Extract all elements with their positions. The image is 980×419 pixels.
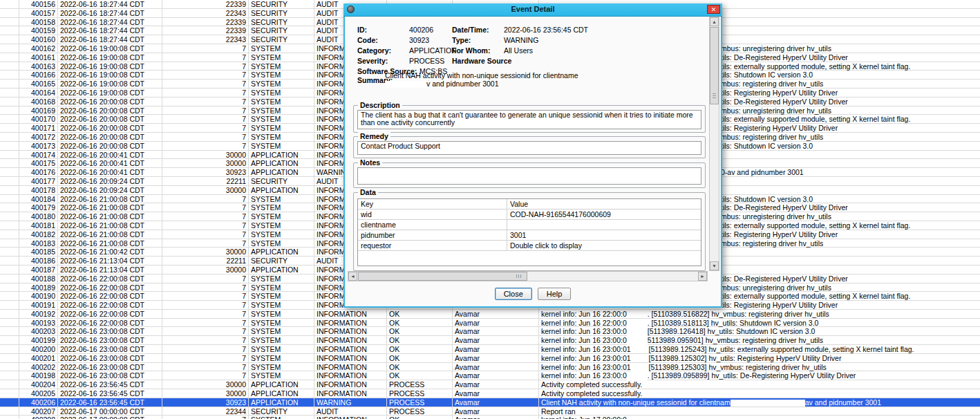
cell-gutter [0, 248, 19, 256]
scroll-right-icon[interactable]: ► [698, 272, 707, 281]
cell-gutter [0, 18, 19, 26]
cell-id: 400166 [19, 71, 58, 79]
cell-id: 400171 [19, 124, 58, 132]
cell-category: SYSTEM [249, 53, 314, 62]
cell-code: 22344 [162, 407, 249, 416]
cell-id: 400157 [19, 9, 58, 17]
cell-gutter [0, 221, 19, 230]
description-text-fragment: kernel info: Jun 17 00:00:0 [541, 416, 627, 419]
cell-id: 400159 [19, 26, 58, 35]
description-tail-fragment: mbus: unregistering driver hv_utils [721, 283, 831, 292]
dialog-fields: ID:400206Date/Time:2022-06-16 23:56:45 C… [357, 26, 690, 77]
description-tail-fragment: [5113989.125303] hv_vmbus: registering d… [649, 363, 827, 371]
table-row[interactable]: 4001992022-06-16 23:00:08 CDT7SYSTEMINFO… [0, 336, 980, 345]
description-tail-fragment: mbus: unregistering driver hv_utils [721, 44, 831, 53]
table-row[interactable]: 4002002022-06-16 23:00:08 CDT7SYSTEMINFO… [0, 345, 980, 354]
scroll-left-icon[interactable]: ◄ [348, 272, 357, 281]
cell-source: Avamar [453, 416, 539, 419]
cell-category: SYSTEM [249, 354, 314, 362]
table-row[interactable]: 4001982022-06-16 23:00:08 CDT7SYSTEMINFO… [0, 371, 980, 380]
table-row[interactable]: 4001922022-06-16 22:00:08 CDT7SYSTEMINFO… [0, 310, 980, 319]
cell-category: SYSTEM [249, 133, 314, 141]
vertical-scrollbar-thumb[interactable] [710, 27, 719, 104]
cell-gutter [0, 301, 19, 309]
table-row[interactable]: 4002012022-06-16 23:00:08 CDT7SYSTEMINFO… [0, 354, 980, 363]
description-text-fragment: kernel info: Jun 16 22:00:0 [541, 310, 627, 318]
cell-datetime: 2022-06-16 20:00:08 CDT [58, 124, 162, 132]
scroll-up-icon[interactable]: ▲ [710, 17, 719, 26]
description-tail-fragment: [5113989.126418] hv_utils: Shutdown IC v… [648, 327, 816, 335]
cell-id: 400160 [19, 35, 58, 44]
cell-category: SYSTEM [249, 106, 314, 115]
data-table-row[interactable]: requestorDouble click to display [358, 241, 701, 251]
field-label: Code: [357, 36, 378, 44]
vertical-scrollbar[interactable]: ▲ ▼ [709, 17, 719, 271]
cell-category: SYSTEM [249, 89, 314, 97]
field-row: Severity:PROCESSHardware Source [357, 57, 690, 67]
cell-id: 400163 [19, 62, 58, 71]
cell-category: SYSTEM [249, 345, 314, 353]
cell-gutter [0, 124, 19, 132]
table-row[interactable]: 4002022022-06-16 23:00:08 CDT7SYSTEMINFO… [0, 363, 980, 372]
cell-category: SECURITY [249, 177, 314, 185]
cell-category: SYSTEM [249, 115, 314, 123]
cell-severity: INFORMATION [314, 380, 387, 389]
cell-severity: INFORMATION [314, 363, 387, 371]
description-text-fragment: Activity completed successfully. [541, 389, 642, 398]
description-tail-fragment: tils: externally supported module, setti… [721, 115, 910, 123]
cell-category: SECURITY [249, 9, 314, 17]
horizontal-scrollbar[interactable]: ◄ ► [348, 271, 708, 281]
notes-text[interactable] [357, 167, 701, 185]
cell-category: SYSTEM [249, 97, 314, 106]
cell-code: 7 [162, 212, 249, 221]
dialog-titlebar[interactable]: Event Detail ✕ [343, 3, 722, 17]
description-tail-fragment: [5113989.125243] hv_utils: externally su… [649, 345, 914, 353]
table-row[interactable]: 4002042022-06-16 23:56:45 CDT30000APPLIC… [0, 380, 980, 389]
cell-code: 7 [162, 354, 249, 362]
data-table-row[interactable]: pidnumber3001 [358, 230, 701, 241]
cell-category: APPLICATION [249, 151, 314, 159]
cell-category: SYSTEM [249, 336, 314, 344]
cell-code: 7 [162, 274, 249, 283]
data-value: 3001 [507, 230, 701, 240]
table-row[interactable]: 4002052022-06-16 23:56:45 CDT30000APPLIC… [0, 389, 980, 398]
event-detail-dialog: Event Detail ✕ ID:400206Date/Time:2022-0… [343, 3, 722, 308]
summary-line1: Client NAH activity with non-unique sess… [385, 71, 578, 80]
field-label: Type: [452, 36, 471, 44]
data-table-row[interactable]: widCOD-NAH-9165544176000609 [358, 210, 701, 220]
cell-id: 400158 [19, 18, 58, 26]
remedy-text[interactable]: Contact Product Support [357, 141, 701, 155]
table-row[interactable]: 4002082022-06-17 00:00:08 CDT7SYSTEMINFO… [0, 416, 980, 419]
cell-gutter [0, 115, 19, 123]
cell-code: 22211 [162, 257, 249, 265]
cell-gutter [0, 319, 19, 327]
cell-source: Avamar [453, 345, 539, 353]
cell-category: SYSTEM [249, 239, 314, 248]
data-table-row[interactable]: clientname [358, 220, 701, 230]
close-button[interactable]: Close [495, 288, 532, 300]
description-text[interactable]: The client has a bug that it can't guara… [357, 110, 701, 129]
field-value: PROCESS [409, 57, 444, 65]
close-icon[interactable]: ✕ [707, 5, 720, 14]
cell-category: SYSTEM [249, 283, 314, 292]
cell-datetime: 2022-06-16 21:13:04 CDT [58, 266, 162, 274]
cell-category: SYSTEM [249, 221, 314, 230]
cell-datetime: 2022-06-16 20:00:08 CDT [58, 142, 162, 150]
description-tail-fragment: [5113989.125302] hv_utils: Registering H… [649, 354, 842, 362]
scroll-down-icon[interactable]: ▼ [710, 261, 719, 270]
table-row[interactable]: 4002062022-06-16 23:56:45 CDT30923APPLIC… [0, 398, 980, 407]
table-row[interactable]: 4002072022-06-17 00:00:00 CDT22344SECURI… [0, 407, 980, 416]
cell-severity: INFORMATION [314, 389, 387, 398]
horizontal-scrollbar-thumb[interactable] [358, 272, 527, 281]
table-row[interactable]: 4002032022-06-16 23:00:08 CDT7SYSTEMINFO… [0, 327, 980, 336]
description-text-fragment: kernel info: Jun 16 23:00:01 [541, 345, 631, 353]
cell-id: 400180 [19, 212, 58, 221]
cell-category: APPLICATION [249, 266, 314, 274]
cell-category: APPLICATION [249, 248, 314, 256]
cell-id: 400186 [19, 257, 58, 265]
table-row[interactable]: 4001932022-06-16 22:00:08 CDT7SYSTEMINFO… [0, 319, 980, 328]
cell-datetime: 2022-06-16 21:00:42 CDT [58, 248, 162, 256]
help-button[interactable]: Help [538, 288, 572, 300]
cell-description: kernel info: Jun 16 23:00:01[5113989.125… [539, 363, 980, 371]
cell-gutter [0, 106, 19, 115]
